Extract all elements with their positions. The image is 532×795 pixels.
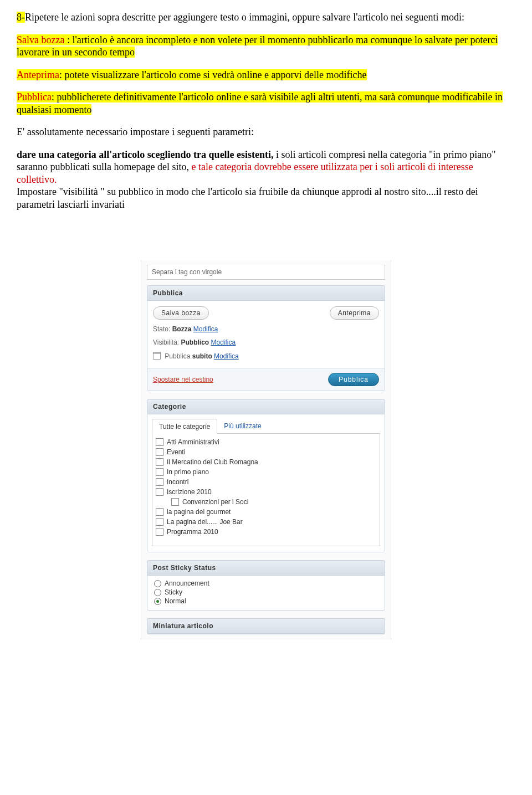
preview-paragraph: Anteprima: potete visualizzare l'articol… <box>17 69 515 81</box>
visibility-instruction-paragraph: Impostare "visibilità " su pubblico in m… <box>17 186 515 211</box>
move-to-trash-link[interactable]: Spostare nel cestino <box>153 376 213 383</box>
publish-metabox: Pubblica Salva bozza Anteprima Stato: Bo… <box>147 285 385 391</box>
category-label: Atti Amministrativi <box>167 438 219 446</box>
radio-icon[interactable] <box>154 589 161 596</box>
category-instruction-paragraph: dare una categoria all'articolo sceglien… <box>17 148 515 186</box>
calendar-icon <box>153 352 161 360</box>
category-item[interactable]: la pagina del gourmet <box>155 507 377 517</box>
category-tabs: Tutte le categorie Più utilizzate <box>152 419 380 434</box>
checkbox-icon[interactable] <box>156 438 163 446</box>
category-label: Programma 2010 <box>167 528 218 536</box>
visibility-row: Visibilità: Pubblico Modifica <box>153 338 379 346</box>
save-draft-button[interactable]: Salva bozza <box>153 306 209 320</box>
thumbnail-metabox-title: Miniatura articolo <box>147 619 385 634</box>
checkbox-icon[interactable] <box>156 468 163 476</box>
category-item[interactable]: Il Mercatino del Club Romagna <box>155 457 377 467</box>
publish-metabox-title: Pubblica <box>147 286 385 301</box>
category-item[interactable]: Eventi <box>155 447 377 457</box>
label-salva-bozza: Salva bozza <box>17 34 64 45</box>
publish-button[interactable]: Pubblica <box>328 373 379 386</box>
sticky-status-metabox: Post Sticky Status AnnouncementStickyNor… <box>147 560 385 611</box>
tag-hint: Separa i tag con virgole <box>147 265 385 280</box>
categories-metabox-title: Categorie <box>147 399 385 414</box>
sticky-status-title: Post Sticky Status <box>147 561 385 576</box>
radio-icon[interactable] <box>154 580 161 587</box>
category-label: la pagina del gourmet <box>167 508 231 516</box>
thumbnail-metabox: Miniatura articolo <box>147 618 385 634</box>
mandatory-params-paragraph: E' assolutamente necessario impostare i … <box>17 126 515 139</box>
category-item[interactable]: Convenzioni per i Soci <box>155 497 377 507</box>
category-list[interactable]: Atti AmministrativiEventiIl Mercatino de… <box>152 434 380 546</box>
checkbox-icon[interactable] <box>156 488 163 496</box>
category-label: Convenzioni per i Soci <box>182 498 248 506</box>
checkbox-icon[interactable] <box>156 448 163 456</box>
sticky-option[interactable]: Sticky <box>153 588 379 597</box>
category-item[interactable]: Incontri <box>155 477 377 487</box>
step-number: 8- <box>17 12 25 23</box>
step-8-paragraph: 8-Ripetere le azioni sopra descritte per… <box>17 11 515 24</box>
sticky-option-label: Sticky <box>165 588 182 596</box>
radio-icon[interactable] <box>154 598 161 605</box>
visibility-edit-link[interactable]: Modifica <box>211 338 236 346</box>
checkbox-icon[interactable] <box>156 458 163 466</box>
categories-metabox: Categorie Tutte le categorie Più utilizz… <box>147 399 385 552</box>
wordpress-sidebar-screenshot: Separa i tag con virgole Pubblica Salva … <box>141 260 391 640</box>
sticky-option-label: Announcement <box>165 579 209 587</box>
sticky-option-label: Normal <box>165 597 186 605</box>
preview-button[interactable]: Anteprima <box>330 306 379 320</box>
category-label: Iscrizione 2010 <box>167 488 212 496</box>
label-pubblica: Pubblica <box>17 91 52 102</box>
checkbox-icon[interactable] <box>171 498 179 506</box>
publish-paragraph: Pubblica: pubblicherete definitivamente … <box>17 91 515 116</box>
status-edit-link[interactable]: Modifica <box>193 325 218 333</box>
category-label: Il Mercatino del Club Romagna <box>167 458 258 466</box>
tab-most-used[interactable]: Più utilizzate <box>217 419 268 433</box>
status-row: Stato: Bozza Modifica <box>153 325 379 333</box>
category-item[interactable]: Programma 2010 <box>155 527 377 537</box>
save-draft-paragraph: Salva bozza : l'articolo è ancora incomp… <box>17 34 515 59</box>
checkbox-icon[interactable] <box>156 478 163 486</box>
schedule-row: Pubblica subito Modifica <box>153 352 379 360</box>
category-label: Incontri <box>167 478 188 486</box>
checkbox-icon[interactable] <box>156 518 163 526</box>
category-item[interactable]: Atti Amministrativi <box>155 437 377 447</box>
label-anteprima: Anteprima <box>17 69 59 80</box>
checkbox-icon[interactable] <box>156 528 163 536</box>
sticky-option[interactable]: Announcement <box>153 579 379 588</box>
category-label: La pagina del...... Joe Bar <box>167 518 243 526</box>
tab-all-categories[interactable]: Tutte le categorie <box>152 419 217 434</box>
category-item[interactable]: Iscrizione 2010 <box>155 487 377 497</box>
schedule-edit-link[interactable]: Modifica <box>214 352 239 360</box>
category-item[interactable]: In primo piano <box>155 467 377 477</box>
category-label: In primo piano <box>167 468 209 476</box>
category-label: Eventi <box>167 448 185 456</box>
checkbox-icon[interactable] <box>156 508 163 516</box>
sticky-option[interactable]: Normal <box>153 597 379 606</box>
category-item[interactable]: La pagina del...... Joe Bar <box>155 517 377 527</box>
